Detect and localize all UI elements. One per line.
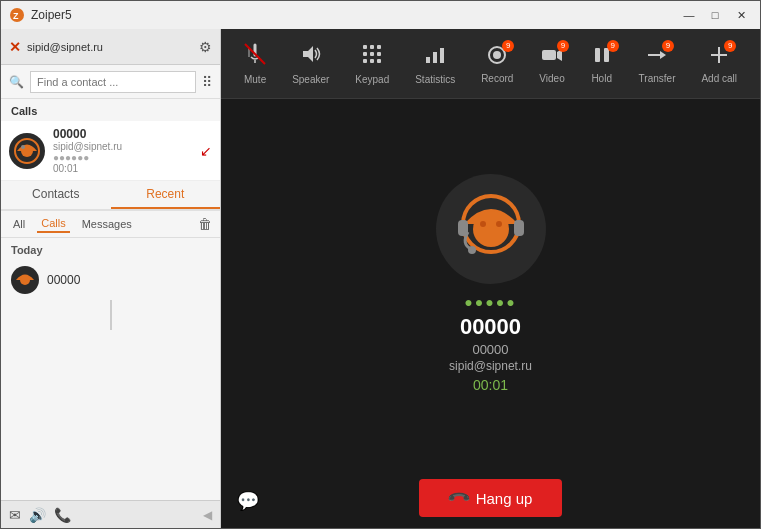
add-call-icon-wrap: 9 [708, 44, 730, 69]
filter-all[interactable]: All [9, 216, 29, 232]
speaker-label: Speaker [292, 74, 329, 85]
add-call-label: Add call [701, 73, 737, 84]
grid-icon[interactable]: ⠿ [202, 74, 212, 90]
svg-rect-14 [370, 45, 374, 49]
svg-point-5 [21, 145, 25, 149]
mute-button[interactable]: Mute [244, 43, 266, 85]
minimize-button[interactable]: — [678, 5, 700, 25]
statistics-icon [424, 43, 446, 70]
recent-call-item[interactable]: 00000 [1, 260, 220, 300]
svg-text:Z: Z [13, 11, 19, 21]
call-end-icon: ↙ [200, 143, 212, 159]
svg-rect-23 [433, 52, 437, 63]
hangup-label: Hang up [476, 490, 533, 507]
svg-point-26 [493, 51, 501, 59]
svg-rect-15 [377, 45, 381, 49]
video-badge: 9 [557, 40, 569, 52]
svg-rect-24 [440, 48, 444, 63]
keypad-button[interactable]: Keypad [355, 43, 389, 85]
search-input[interactable] [30, 71, 196, 93]
record-badge: 9 [502, 40, 514, 52]
caller-name-large: 00000 [449, 314, 532, 340]
title-bar: Z Zoiper5 — □ ✕ [1, 1, 760, 29]
recent-item-number: 00000 [47, 273, 80, 287]
today-label: Today [1, 238, 220, 260]
tab-contacts[interactable]: Contacts [1, 181, 111, 209]
speaker-icon [300, 43, 322, 70]
svg-rect-22 [426, 57, 430, 63]
caller-avatar-large [436, 174, 546, 284]
hold-badge: 9 [607, 40, 619, 52]
transfer-button[interactable]: 9 Transfer [639, 44, 676, 84]
transfer-badge: 9 [662, 40, 674, 52]
close-button[interactable]: ✕ [730, 5, 752, 25]
svg-rect-20 [370, 59, 374, 63]
svg-rect-13 [363, 45, 367, 49]
chat-icon[interactable]: 💬 [237, 490, 259, 512]
filter-messages[interactable]: Messages [78, 216, 136, 232]
call-status-dots: ●●●●● [449, 294, 532, 310]
call-footer: 💬 📞 Hang up [221, 468, 760, 528]
svg-point-39 [468, 246, 476, 254]
account-status-icon: ✕ [9, 39, 21, 55]
window-controls: — □ ✕ [678, 5, 752, 25]
recent-item-avatar [11, 266, 39, 294]
speaker-status-icon: 🔊 [29, 507, 46, 523]
svg-rect-21 [377, 59, 381, 63]
call-item-sub2: ●●●●●● [53, 152, 194, 163]
call-info-block: ●●●●● 00000 00000 sipid@sipnet.ru 00:01 [449, 294, 532, 393]
mute-icon [244, 43, 266, 70]
call-area: ●●●●● 00000 00000 sipid@sipnet.ru 00:01 [221, 99, 760, 468]
right-panel: Mute Speaker [221, 29, 760, 528]
maximize-button[interactable]: □ [704, 5, 726, 25]
add-call-button[interactable]: 9 Add call [701, 44, 737, 84]
record-button[interactable]: 9 Record [481, 44, 513, 84]
expand-icon[interactable]: ◀ [203, 508, 212, 522]
tab-recent[interactable]: Recent [111, 181, 221, 209]
record-label: Record [481, 73, 513, 84]
speaker-button[interactable]: Speaker [292, 43, 329, 85]
video-button[interactable]: 9 Video [539, 44, 564, 84]
panel-divider [110, 300, 112, 330]
calls-section-label: Calls [1, 99, 220, 121]
video-label: Video [539, 73, 564, 84]
search-bar: 🔍 ⠿ [1, 65, 220, 99]
call-item-info: 00000 sipid@sipnet.ru ●●●●●● 00:01 [53, 127, 194, 174]
hold-button[interactable]: 9 Hold [591, 44, 613, 84]
hangup-phone-icon: 📞 [445, 485, 471, 511]
caller-sip: sipid@sipnet.ru [449, 359, 532, 373]
hang-up-button[interactable]: 📞 Hang up [419, 479, 563, 517]
filter-calls[interactable]: Calls [37, 215, 69, 233]
account-bar: ✕ sipid@sipnet.ru ⚙ [1, 29, 220, 65]
status-bar: ✉ 🔊 📞 ◀ [1, 500, 220, 528]
video-icon-wrap: 9 [541, 44, 563, 69]
record-icon-wrap: 9 [486, 44, 508, 69]
call-item-avatar [9, 133, 45, 169]
keypad-icon [361, 43, 383, 70]
call-item-number: 00000 [53, 127, 194, 141]
hold-label: Hold [591, 73, 612, 84]
call-item-time: 00:01 [53, 163, 194, 174]
transfer-icon-wrap: 9 [646, 44, 668, 69]
phone-status-icon: 📞 [54, 507, 71, 523]
svg-point-41 [480, 221, 486, 227]
active-call-item[interactable]: 00000 sipid@sipnet.ru ●●●●●● 00:01 ↙ [1, 121, 220, 181]
svg-rect-18 [377, 52, 381, 56]
svg-marker-32 [660, 51, 666, 59]
keypad-label: Keypad [355, 74, 389, 85]
add-call-badge: 9 [724, 40, 736, 52]
svg-rect-19 [363, 59, 367, 63]
statistics-button[interactable]: Statistics [415, 43, 455, 85]
main-window: Z Zoiper5 — □ ✕ ✕ sipid@sipnet.ru ⚙ 🔍 ⠿ [0, 0, 761, 529]
statistics-label: Statistics [415, 74, 455, 85]
svg-marker-12 [303, 46, 313, 62]
transfer-label: Transfer [639, 73, 676, 84]
svg-rect-17 [370, 52, 374, 56]
caller-number-large: 00000 [449, 342, 532, 357]
delete-history-icon[interactable]: 🗑 [198, 216, 212, 232]
svg-point-40 [473, 211, 509, 247]
svg-rect-27 [542, 50, 556, 60]
svg-point-42 [496, 221, 502, 227]
settings-gear-icon[interactable]: ⚙ [199, 39, 212, 55]
filter-row: All Calls Messages 🗑 [1, 211, 220, 238]
